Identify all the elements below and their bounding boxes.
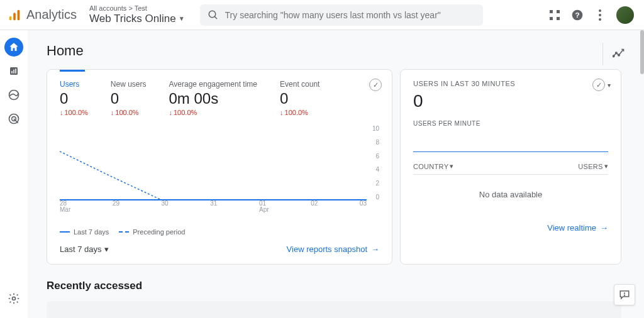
logo: Analytics <box>8 8 77 22</box>
nav-explore[interactable] <box>4 85 23 104</box>
metric-engagement[interactable]: Average engagement time 0m 00s 100.0% <box>169 80 258 116</box>
metric-new-users[interactable]: New users 0 100.0% <box>111 80 147 116</box>
realtime-value: 0 <box>413 91 608 111</box>
card-quality-icon[interactable]: ✓ <box>369 79 382 91</box>
account-picker[interactable]: All accounts > Test Web Tricks Online ▼ <box>89 4 185 26</box>
more-icon[interactable] <box>594 9 606 21</box>
nav-admin[interactable] <box>4 289 23 308</box>
search-box[interactable] <box>200 4 483 26</box>
svg-point-11 <box>599 9 601 12</box>
chart-svg <box>60 125 367 200</box>
per-minute-title: USERS PER MINUTE <box>413 120 608 127</box>
realtime-card: USERS IN LAST 30 MINUTES 0 ✓ ▾ USERS PER… <box>400 69 621 265</box>
analytics-logo-icon <box>8 8 21 22</box>
svg-point-25 <box>618 54 619 56</box>
nav-advertising[interactable] <box>4 109 23 128</box>
metric-events[interactable]: Event count 0 100.0% <box>280 80 319 116</box>
svg-line-4 <box>214 16 217 19</box>
view-snapshot-link[interactable]: View reports snapshot→ <box>287 244 379 254</box>
per-minute-chart <box>413 132 608 152</box>
card-quality-icon[interactable]: ✓ <box>592 79 605 91</box>
y-axis: 1086420 <box>372 125 379 200</box>
svg-point-23 <box>613 55 614 57</box>
users-column[interactable]: USERS ▾ <box>578 162 608 170</box>
avatar[interactable] <box>616 6 634 24</box>
scrollbar[interactable] <box>640 30 644 74</box>
svg-point-12 <box>599 14 601 16</box>
svg-rect-8 <box>557 17 560 20</box>
caret-down-icon: ▾ <box>604 162 608 170</box>
svg-rect-0 <box>9 16 12 19</box>
svg-point-3 <box>209 11 216 18</box>
legend-solid: Last 7 days <box>60 228 109 236</box>
view-realtime-link[interactable]: View realtime→ <box>547 223 608 233</box>
svg-rect-16 <box>13 70 14 74</box>
property-name: Web Tricks Online ▼ <box>89 13 185 25</box>
app-header: Analytics All accounts > Test Web Tricks… <box>0 0 644 30</box>
realtime-title: USERS IN LAST 30 MINUTES <box>413 80 608 87</box>
main-content: Home Users 0 100.0% New users 0 100.0% A… <box>28 30 644 318</box>
arrow-right-icon: → <box>600 223 608 233</box>
search-input[interactable] <box>225 10 475 20</box>
left-nav <box>0 30 28 318</box>
svg-rect-1 <box>13 13 16 20</box>
feedback-icon[interactable] <box>614 284 635 305</box>
metrics-row: Users 0 100.0% New users 0 100.0% Averag… <box>60 80 379 116</box>
search-icon <box>208 9 219 21</box>
nav-reports[interactable] <box>4 62 23 80</box>
recently-accessed-empty: Reports and pages you recently visited w… <box>47 301 621 318</box>
apps-icon[interactable] <box>548 9 561 21</box>
help-icon[interactable]: ? <box>571 9 584 21</box>
page-title: Home <box>47 43 621 59</box>
overview-card: Users 0 100.0% New users 0 100.0% Averag… <box>47 69 392 265</box>
svg-point-13 <box>599 18 601 21</box>
caret-down-icon: ▾ <box>450 162 453 170</box>
caret-down-icon: ▾ <box>104 244 109 254</box>
metric-users[interactable]: Users 0 100.0% <box>60 80 88 116</box>
svg-point-27 <box>625 295 625 296</box>
nav-home[interactable] <box>4 38 23 57</box>
caret-down-icon[interactable]: ▾ <box>608 82 611 89</box>
caret-down-icon: ▼ <box>179 15 185 23</box>
country-column[interactable]: COUNTRY ▾ <box>413 162 454 170</box>
trend-chart: 1086420 28Mar 29 30 31 01Apr 02 03 <box>60 125 379 213</box>
breadcrumb: All accounts > Test <box>89 4 185 13</box>
date-range-picker[interactable]: Last 7 days▾ <box>60 244 109 254</box>
svg-rect-6 <box>557 10 560 13</box>
svg-point-21 <box>13 297 16 300</box>
legend-dashed: Preceding period <box>119 228 185 236</box>
chart-legend: Last 7 days Preceding period <box>60 228 379 236</box>
svg-rect-15 <box>11 71 13 74</box>
svg-rect-5 <box>550 10 553 13</box>
svg-rect-7 <box>550 17 553 20</box>
x-axis: 28Mar 29 30 31 01Apr 02 03 <box>60 200 367 213</box>
svg-rect-2 <box>18 9 20 20</box>
no-data-text: No data available <box>413 175 608 214</box>
svg-rect-17 <box>15 69 16 74</box>
svg-point-24 <box>615 52 617 54</box>
insights-icon[interactable] <box>602 43 625 65</box>
recently-accessed-title: Recently accessed <box>47 280 621 292</box>
svg-text:?: ? <box>575 11 579 19</box>
logo-text: Analytics <box>26 8 77 22</box>
arrow-right-icon: → <box>371 244 379 254</box>
